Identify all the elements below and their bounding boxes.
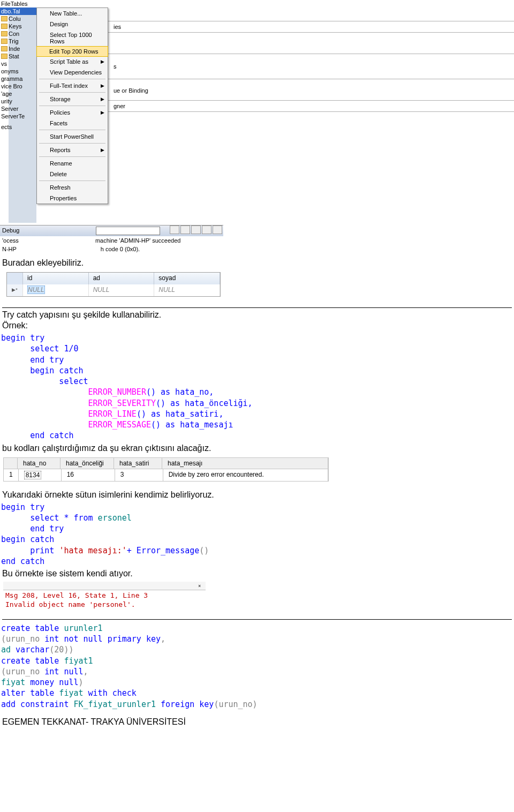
debug-dropdown[interactable] bbox=[96, 227, 160, 235]
row-header bbox=[7, 273, 23, 284]
menu-item-properties[interactable]: Properties bbox=[37, 193, 108, 204]
menu-item-script[interactable]: Script Table as▶ bbox=[37, 56, 108, 67]
menu-separator bbox=[39, 130, 105, 130]
tree-node[interactable]: urity bbox=[0, 97, 36, 105]
prop-row: gner bbox=[108, 101, 514, 112]
menu-item-delete[interactable]: Delete bbox=[37, 169, 108, 179]
page-footer: EGEMEN TEKKANAT- TRAKYA ÜNİVERSİTESİ bbox=[0, 710, 514, 728]
menu-item-rename[interactable]: Rename bbox=[37, 158, 108, 169]
menu-separator bbox=[39, 143, 105, 144]
menu-item-refresh[interactable]: Refresh bbox=[37, 182, 108, 193]
submenu-arrow-icon: ▶ bbox=[101, 59, 104, 64]
ssms-screenshot: FileTables dbo.Tal Colu Keys Con Trig In… bbox=[0, 0, 514, 256]
cell[interactable]: 8134 bbox=[19, 469, 62, 481]
cell[interactable]: NULL bbox=[23, 284, 89, 296]
row-indicator: ▶* bbox=[7, 284, 23, 296]
menu-separator bbox=[39, 156, 105, 157]
menu-item-policies[interactable]: Policies▶ bbox=[37, 107, 108, 118]
menu-item-edit-top[interactable]: Edit Top 200 Rows bbox=[36, 46, 108, 57]
column-header[interactable]: hata_no bbox=[18, 458, 61, 469]
body-text: bu kodları çalıştırdığımız da şu ekran ç… bbox=[2, 443, 512, 453]
tree-node[interactable]: Server bbox=[0, 105, 36, 112]
submenu-arrow-icon: ▶ bbox=[101, 110, 104, 115]
column-header[interactable]: hata_önceliği bbox=[61, 458, 114, 469]
cell[interactable]: NULL bbox=[89, 284, 155, 296]
code-block: create table urunler1 (urun_no int not n… bbox=[0, 623, 514, 710]
output-text: h code 0 (0x0). bbox=[101, 246, 140, 252]
menu-separator bbox=[39, 79, 105, 79]
menu-item-new-table[interactable]: New Table... bbox=[37, 8, 108, 19]
folder-icon bbox=[1, 31, 7, 36]
folder-icon bbox=[1, 24, 7, 29]
column-header[interactable]: soyad bbox=[154, 273, 220, 284]
submenu-arrow-icon: ▶ bbox=[101, 147, 104, 153]
column-header[interactable]: ad bbox=[89, 273, 155, 284]
tree-node[interactable]: FileTables bbox=[0, 0, 36, 7]
tree-node-selected[interactable]: dbo.Tal bbox=[0, 7, 36, 15]
menu-item-reports[interactable]: Reports▶ bbox=[37, 145, 108, 155]
tree-node[interactable]: Con bbox=[0, 30, 36, 37]
toolbar-button[interactable] bbox=[180, 225, 190, 234]
messages-panel: × Msg 208, Level 16, State 1, Line 3 Inv… bbox=[3, 582, 206, 611]
cell[interactable]: NULL bbox=[154, 284, 220, 296]
output-text: machine 'ADMIN-HP' succeeded bbox=[95, 237, 180, 244]
body-text: Bu örnekte ise sistem kendi atıyor. bbox=[2, 569, 512, 578]
tree-node[interactable]: vice Bro bbox=[0, 82, 36, 90]
prop-row: s bbox=[108, 54, 514, 79]
menu-item-fulltext[interactable]: Full-Text index▶ bbox=[37, 80, 108, 91]
toolbar-button[interactable] bbox=[202, 225, 211, 234]
tree-node[interactable]: Keys bbox=[0, 22, 36, 30]
toolbar-button[interactable] bbox=[213, 225, 222, 234]
result-grid: hata_no hata_önceliği hata_satiri hata_m… bbox=[3, 457, 329, 482]
menu-item-storage[interactable]: Storage▶ bbox=[37, 94, 108, 104]
folder-icon bbox=[1, 16, 7, 21]
tree-node[interactable]: Trig bbox=[0, 37, 36, 45]
menu-item-select-top[interactable]: Select Top 1000 Rows bbox=[37, 29, 108, 47]
separator bbox=[2, 619, 512, 620]
cell[interactable]: 3 bbox=[115, 469, 163, 481]
body-text: Yukarıdaki örnekte sütun isimlerini kend… bbox=[2, 490, 512, 500]
column-header[interactable]: hata_mesajı bbox=[162, 458, 328, 469]
folder-icon bbox=[1, 46, 7, 51]
prop-row: ies bbox=[108, 21, 514, 33]
toolbar-button[interactable] bbox=[191, 225, 201, 234]
messages-header: × bbox=[3, 582, 206, 590]
close-icon[interactable]: × bbox=[198, 583, 203, 589]
submenu-arrow-icon: ▶ bbox=[101, 96, 104, 102]
cell[interactable]: Divide by zero error encountered. bbox=[163, 469, 328, 481]
tree-node[interactable]: ects bbox=[0, 123, 36, 131]
tree-node[interactable]: gramma bbox=[0, 75, 36, 82]
column-header[interactable]: id bbox=[23, 273, 89, 284]
menu-item-facets[interactable]: Facets bbox=[37, 118, 108, 129]
menu-item-powershell[interactable]: Start PowerShell bbox=[37, 131, 108, 142]
cell[interactable]: 16 bbox=[62, 469, 115, 481]
debug-panel: Debug 'ocess machine 'ADMIN-HP' succeede… bbox=[0, 225, 223, 253]
debug-label: Debug bbox=[2, 227, 19, 234]
submenu-arrow-icon: ▶ bbox=[101, 83, 104, 88]
menu-item-design[interactable]: Design bbox=[37, 19, 108, 29]
tree-node[interactable]: Stat bbox=[0, 52, 36, 60]
column-header[interactable]: hata_satiri bbox=[114, 458, 162, 469]
row-number: 1 bbox=[4, 469, 19, 481]
menu-separator bbox=[39, 92, 105, 93]
folder-icon bbox=[1, 54, 7, 59]
menu-separator bbox=[39, 106, 105, 106]
tree-node[interactable]: Inde bbox=[0, 45, 36, 52]
code-block: begin try select * from ersonel end try … bbox=[0, 502, 514, 567]
tree-node[interactable]: onyms bbox=[0, 67, 36, 75]
tree-node[interactable]: ServerTe bbox=[0, 112, 36, 120]
row-header bbox=[4, 458, 18, 469]
menu-item-view-deps[interactable]: View Dependencies bbox=[37, 67, 108, 78]
tree-node[interactable]: vs bbox=[0, 60, 36, 67]
right-panel: ies s ue or Binding gner bbox=[108, 0, 514, 112]
tree-node[interactable]: 'age bbox=[0, 90, 36, 97]
tree-node[interactable]: Colu bbox=[0, 15, 36, 22]
data-grid: id ad soyad ▶* NULL NULL NULL bbox=[6, 272, 221, 297]
body-text: Buradan ekleyebiliriz. bbox=[2, 258, 512, 268]
menu-separator bbox=[39, 181, 105, 181]
folder-icon bbox=[1, 39, 7, 44]
toolbar-button[interactable] bbox=[170, 225, 179, 234]
prop-row: ue or Binding bbox=[108, 79, 514, 101]
error-message: Msg 208, Level 16, State 1, Line 3 Inval… bbox=[3, 590, 206, 611]
separator bbox=[2, 307, 512, 308]
